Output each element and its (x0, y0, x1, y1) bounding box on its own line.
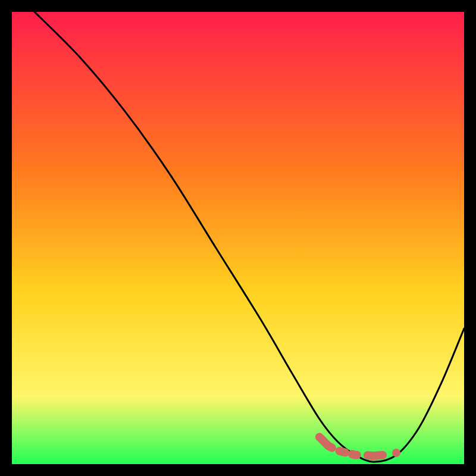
bottleneck-chart (12, 12, 464, 464)
gradient-background (12, 12, 464, 464)
highlight-dot (392, 449, 400, 457)
chart-frame: TheBottleneck.com (12, 12, 464, 464)
